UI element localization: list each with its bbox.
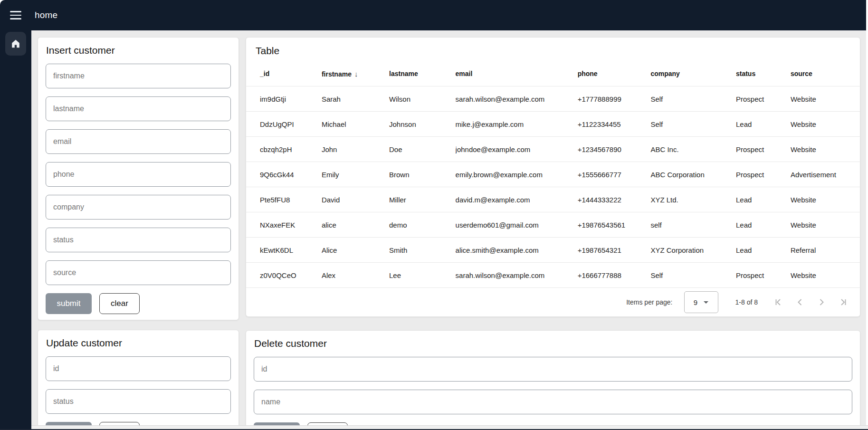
table-cell: Smith xyxy=(389,238,456,263)
table-row: DdzUgQPIMichaelJohnsonmike.j@example.com… xyxy=(246,112,860,137)
table-cell: +1234567890 xyxy=(578,137,651,162)
table-cell: XYZ Ltd. xyxy=(650,187,736,212)
table-cell: mike.j@example.com xyxy=(456,112,578,137)
sidebar xyxy=(0,30,31,429)
left-column: Insert customer submit clear Update cust… xyxy=(38,37,239,425)
table-row: kEwtK6DLAliceSmithalice.smith@example.co… xyxy=(246,238,860,263)
update-card-title: Update customer xyxy=(46,337,231,349)
table-cell: z0V0QCeO xyxy=(246,263,322,288)
table-cell: Prospect xyxy=(736,162,791,187)
table-cell: alice.smith@example.com xyxy=(456,238,578,263)
delete-id-input[interactable] xyxy=(254,357,852,382)
column-header-id[interactable]: _id xyxy=(246,61,322,86)
table-cell: david.m@example.com xyxy=(456,187,578,212)
items-per-page-select[interactable]: 9 xyxy=(684,291,718,313)
paginator-nav xyxy=(773,296,849,308)
column-header-phone[interactable]: phone xyxy=(578,61,651,86)
table-cell: XYZ Corporation xyxy=(650,238,736,263)
column-header-status[interactable]: status xyxy=(736,61,791,86)
column-header-firstname[interactable]: firstname↓ xyxy=(322,61,389,86)
home-icon xyxy=(10,38,21,49)
table-row: z0V0QCeOAlexLeesarah.wilson@example.com+… xyxy=(246,263,860,288)
table-cell: Alice xyxy=(322,238,389,263)
insert-clear-button[interactable]: clear xyxy=(99,293,140,314)
insert-email-input[interactable] xyxy=(46,129,231,154)
update-customer-card: Update customer submit clear xyxy=(38,330,239,425)
table-row: Pte5fFU8DavidMillerdavid.m@example.com+1… xyxy=(246,187,860,212)
insert-lastname-input[interactable] xyxy=(46,96,231,121)
table-cell: Self xyxy=(650,86,736,112)
insert-phone-input[interactable] xyxy=(46,162,231,187)
table-cell: kEwtK6DL xyxy=(246,238,322,263)
table-cell: cbzqh2pH xyxy=(246,137,322,162)
table-cell: userdemo601@gmail.com xyxy=(456,212,578,238)
sort-arrow-icon: ↓ xyxy=(354,70,358,78)
table-cell: John xyxy=(322,137,389,162)
insert-source-input[interactable] xyxy=(46,260,231,285)
table-cell: Johnson xyxy=(389,112,456,137)
delete-customer-card: Delete customer submit clear xyxy=(246,330,860,425)
insert-status-input[interactable] xyxy=(46,228,231,252)
table-cell: Prospect xyxy=(736,137,791,162)
table-cell: Prospect xyxy=(736,86,791,112)
insert-card-title: Insert customer xyxy=(46,45,231,56)
chevron-down-icon xyxy=(704,301,708,304)
column-header-lastname[interactable]: lastname xyxy=(389,61,456,86)
table-row: 9Q6cGk44EmilyBrownemily.brown@example.co… xyxy=(246,162,860,187)
table-cell: David xyxy=(322,187,389,212)
sidebar-item-home[interactable] xyxy=(5,32,26,56)
main-content: Insert customer submit clear Update cust… xyxy=(31,30,866,425)
table-cell: Lead xyxy=(736,238,791,263)
table-cell: Website xyxy=(791,137,860,162)
first-page-button[interactable] xyxy=(773,296,784,308)
update-submit-button[interactable]: submit xyxy=(46,422,92,425)
table-cell: NXaxeFEK xyxy=(246,212,322,238)
horizontal-scrollbar[interactable] xyxy=(31,425,868,429)
column-header-company[interactable]: company xyxy=(650,61,736,86)
insert-submit-button[interactable]: submit xyxy=(46,293,92,314)
table-cell: Lead xyxy=(736,112,791,137)
table-cell: Referral xyxy=(791,238,860,263)
table-cell: Miller xyxy=(389,187,456,212)
paginator: Items per page: 9 1-8 of 8 xyxy=(246,288,860,316)
app-window: home Insert customer submit xyxy=(0,0,868,430)
previous-page-button[interactable] xyxy=(794,296,806,308)
table-header-row: _id firstname↓ lastname email phone comp… xyxy=(246,61,860,86)
table-cell: johndoe@example.com xyxy=(456,137,578,162)
customer-table: _id firstname↓ lastname email phone comp… xyxy=(246,61,860,288)
column-header-source[interactable]: source xyxy=(791,61,860,86)
table-cell: Lead xyxy=(736,187,791,212)
table-cell: Sarah xyxy=(322,86,389,112)
table-cell: Wilson xyxy=(389,86,456,112)
table-cell: Pte5fFU8 xyxy=(246,187,322,212)
insert-company-input[interactable] xyxy=(46,195,231,220)
page-title: home xyxy=(35,10,57,20)
insert-firstname-input[interactable] xyxy=(46,64,231,88)
table-cell: +1122334455 xyxy=(578,112,651,137)
table-cell: Michael xyxy=(322,112,389,137)
table-cell: +1444333222 xyxy=(578,187,651,212)
column-header-email[interactable]: email xyxy=(456,61,578,86)
update-button-row: submit clear xyxy=(46,422,231,425)
page-range-label: 1-8 of 8 xyxy=(735,298,758,306)
update-status-input[interactable] xyxy=(46,389,231,414)
table-cell: +1987654321 xyxy=(578,238,651,263)
update-clear-button[interactable]: clear xyxy=(99,422,140,425)
table-cell: Emily xyxy=(322,162,389,187)
table-cell: Website xyxy=(791,86,860,112)
next-page-button[interactable] xyxy=(816,296,827,308)
insert-customer-card: Insert customer submit clear xyxy=(38,37,239,320)
table-cell: Lead xyxy=(736,212,791,238)
delete-name-input[interactable] xyxy=(254,390,852,414)
table-cell: Website xyxy=(791,263,860,288)
table-cell: alice xyxy=(322,212,389,238)
table-cell: Prospect xyxy=(736,263,791,288)
table-row: NXaxeFEKalicedemouserdemo601@gmail.com+1… xyxy=(246,212,860,238)
table-cell: +1666777888 xyxy=(578,263,651,288)
menu-icon[interactable] xyxy=(10,11,21,19)
last-page-button[interactable] xyxy=(837,296,849,308)
delete-card-title: Delete customer xyxy=(254,338,852,349)
table-cell: ABC Inc. xyxy=(650,137,736,162)
update-id-input[interactable] xyxy=(46,356,231,381)
table-cell: ABC Corporation xyxy=(650,162,736,187)
